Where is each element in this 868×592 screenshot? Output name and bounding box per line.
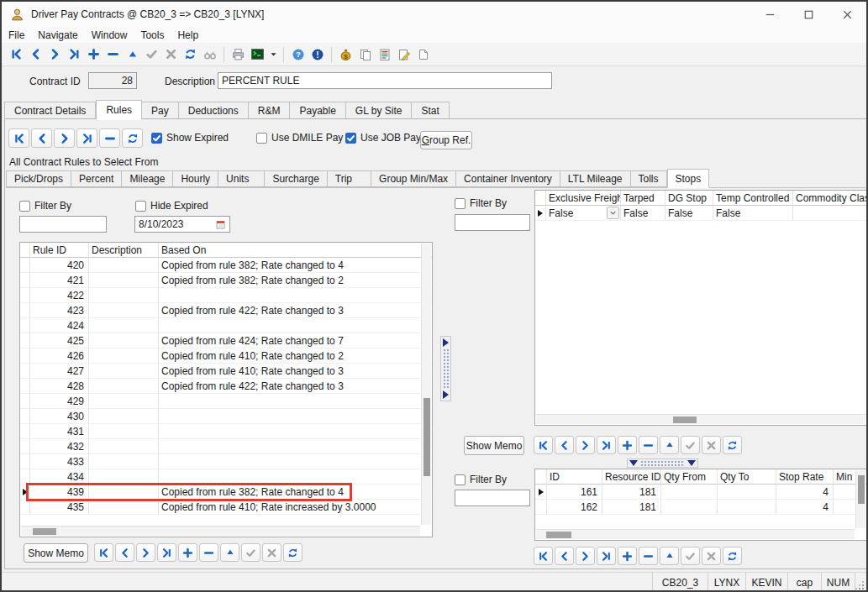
cell-tarped[interactable]: False xyxy=(621,206,665,221)
left-show-memo-button[interactable]: Show Memo xyxy=(24,543,88,563)
last-record-button[interactable] xyxy=(65,45,84,64)
cell-rule-id[interactable]: 420 xyxy=(30,258,89,273)
cell-description[interactable] xyxy=(89,500,159,515)
cell-based-on[interactable]: Copied from rule 422; Rate changed to 3 xyxy=(159,303,432,318)
help-button[interactable] xyxy=(288,45,308,64)
table-row[interactable]: 430 xyxy=(20,409,432,424)
first-rule-button[interactable] xyxy=(8,128,29,148)
vertical-splitter[interactable] xyxy=(440,336,451,401)
last-button[interactable] xyxy=(597,547,616,565)
col-qty-from[interactable]: Qty From xyxy=(661,469,718,485)
col-tarped[interactable]: Tarped xyxy=(621,191,665,206)
resize-grip[interactable] xyxy=(855,573,866,592)
rules-grid-horizontal-scrollbar[interactable] xyxy=(21,526,420,536)
table-row[interactable]: 420Copied from rule 382; Rate changed to… xyxy=(20,258,432,273)
table-row[interactable]: 162 181 4 xyxy=(535,500,866,515)
subtab-group-min-max[interactable]: Group Min/Max xyxy=(371,170,456,187)
cell-stop-rate[interactable]: 4 xyxy=(776,485,834,500)
col-dg-stop[interactable]: DG Stop xyxy=(665,191,713,206)
collapse-right-icon[interactable] xyxy=(443,338,449,347)
table-row[interactable]: 421Copied from rule 382; Rate changed to… xyxy=(20,273,432,288)
col-resource-id[interactable]: Resource ID xyxy=(602,469,661,485)
col-based-on[interactable]: Based On xyxy=(159,243,432,258)
last-rule-button[interactable] xyxy=(76,128,97,148)
refresh-rules-button[interactable] xyxy=(122,128,143,148)
tab-contract-details[interactable]: Contract Details xyxy=(4,102,96,119)
cell-commodity-class[interactable] xyxy=(793,206,866,221)
table-row-current[interactable]: 439Copied from rule 382; Rate changed to… xyxy=(20,485,432,500)
cell-based-on[interactable] xyxy=(159,439,432,454)
col-temp-controlled[interactable]: Temp Controlled xyxy=(713,191,793,206)
rates-grid[interactable]: ID Resource ID Qty From Qty To Stop Rate… xyxy=(534,469,867,541)
cell-based-on[interactable] xyxy=(159,454,432,469)
rules-grid[interactable]: Rule ID Description Based On 420Copied f… xyxy=(19,242,433,537)
next-button[interactable] xyxy=(136,543,155,562)
col-exclusive-freight[interactable]: Exclusive Freight xyxy=(546,191,621,206)
rates-filter-by-checkbox[interactable]: Filter By xyxy=(455,474,507,485)
cell-id[interactable]: 162 xyxy=(547,500,602,515)
rates-grid-horizontal-scrollbar[interactable] xyxy=(536,529,855,539)
edit-button[interactable] xyxy=(660,436,679,454)
use-dmile-pay-checkbox[interactable]: Use DMILE Pay xyxy=(256,132,343,144)
subtab-pick-drops[interactable]: Pick/Drops xyxy=(6,170,71,187)
stops-show-memo-button[interactable]: Show Memo xyxy=(464,436,524,455)
table-row[interactable]: 433 xyxy=(20,454,432,469)
cell-based-on[interactable] xyxy=(159,424,432,439)
col-commodity-class[interactable]: Commodity Clas xyxy=(793,191,866,206)
expiry-date-field[interactable]: 8/10/2023 xyxy=(134,216,230,233)
stops-grid[interactable]: Exclusive Freight Tarped DG Stop Temp Co… xyxy=(534,190,867,426)
close-button[interactable] xyxy=(828,2,866,27)
menu-tools[interactable]: Tools xyxy=(140,28,171,43)
first-record-button[interactable] xyxy=(7,45,26,64)
rates-grid-vertical-scrollbar[interactable] xyxy=(855,470,865,528)
info-button[interactable] xyxy=(308,45,327,64)
refresh-button[interactable] xyxy=(723,547,742,565)
first-button[interactable] xyxy=(94,543,113,562)
tab-payable[interactable]: Payable xyxy=(290,102,345,119)
cell-description[interactable] xyxy=(89,485,159,500)
funds-button[interactable] xyxy=(336,45,355,64)
cell-rule-id[interactable]: 432 xyxy=(30,439,89,454)
post-button[interactable] xyxy=(681,547,700,565)
subtab-units[interactable]: Units xyxy=(218,170,265,187)
cell-based-on[interactable]: Copied from rule 410; Rate changed to 3 xyxy=(159,364,432,379)
cell-rule-id[interactable]: 439 xyxy=(30,485,89,500)
cell-rule-id[interactable]: 430 xyxy=(30,409,89,424)
cell-stop-rate[interactable]: 4 xyxy=(776,500,834,515)
minimize-button[interactable] xyxy=(750,2,789,27)
refresh-button[interactable] xyxy=(283,543,302,562)
cell-based-on[interactable] xyxy=(159,409,432,424)
find-button[interactable] xyxy=(200,45,219,64)
terminal-dropdown-button[interactable] xyxy=(267,45,279,64)
col-rule-id[interactable]: Rule ID xyxy=(30,243,89,258)
cell-rule-id[interactable]: 426 xyxy=(30,348,89,364)
cell-based-on[interactable]: Copied from rule 410; Rate increased by … xyxy=(159,500,432,515)
cell-based-on[interactable] xyxy=(159,469,432,485)
collapse-down-icon[interactable] xyxy=(687,460,696,466)
cell-dg-stop[interactable]: False xyxy=(665,206,713,221)
insert-button[interactable] xyxy=(618,436,637,454)
table-row[interactable]: 426Copied from rule 410; Rate changed to… xyxy=(20,348,432,364)
table-row[interactable]: 432 xyxy=(20,439,432,454)
tab-rm[interactable]: R&M xyxy=(249,102,291,119)
table-row[interactable]: 434 xyxy=(20,469,432,485)
tab-gl-by-site[interactable]: GL by Site xyxy=(346,102,413,119)
table-row[interactable]: 431 xyxy=(20,424,432,439)
post-button[interactable] xyxy=(241,543,260,562)
collapse-down-icon[interactable] xyxy=(629,460,638,466)
cell-description[interactable] xyxy=(89,288,159,303)
subtab-hourly[interactable]: Hourly xyxy=(173,170,218,187)
group-ref-button[interactable]: Group Ref. xyxy=(420,131,472,149)
delete-button[interactable] xyxy=(639,436,658,454)
cell-description[interactable] xyxy=(89,454,159,469)
terminal-button[interactable] xyxy=(248,45,267,64)
scrollbar-thumb[interactable] xyxy=(423,398,430,476)
cell-rule-id[interactable]: 423 xyxy=(30,303,89,318)
tab-stat[interactable]: Stat xyxy=(412,102,449,119)
cell-description[interactable] xyxy=(89,303,159,318)
tab-pay[interactable]: Pay xyxy=(142,102,179,119)
copy-button[interactable] xyxy=(355,45,375,64)
rates-filter-input[interactable] xyxy=(455,490,530,506)
cell-description[interactable] xyxy=(89,379,159,394)
cell-description[interactable] xyxy=(89,364,159,379)
